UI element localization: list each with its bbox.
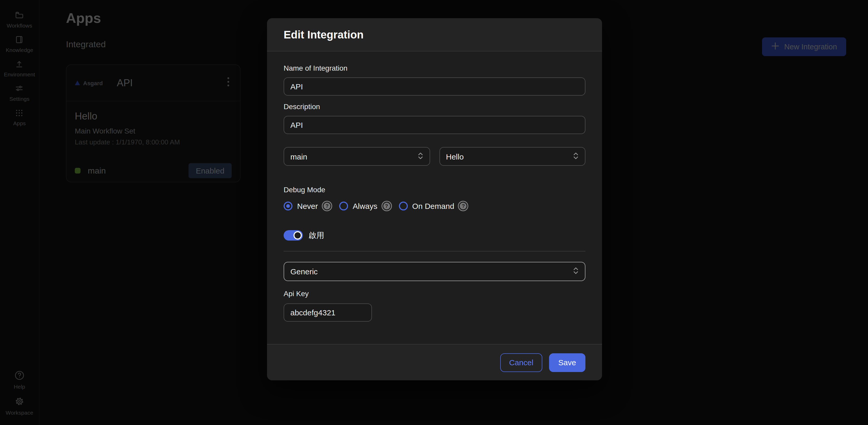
debug-mode-label: Debug Mode xyxy=(284,185,585,194)
chevron-updown-icon xyxy=(417,152,423,161)
toggle-knob xyxy=(293,231,302,240)
api-key-input[interactable] xyxy=(284,303,372,322)
dialog-title: Edit Integration xyxy=(284,28,364,41)
chevron-updown-icon xyxy=(573,267,579,276)
branch-select[interactable]: main xyxy=(284,147,430,166)
save-button[interactable]: Save xyxy=(549,353,585,372)
radio-always[interactable] xyxy=(339,202,348,210)
radio-option-always: Always ? xyxy=(339,202,391,210)
workflow-select[interactable]: Hello xyxy=(439,147,585,166)
enable-toggle-row: 啟用 xyxy=(284,230,585,241)
app-window: Workflows Knowledge Environment Settings xyxy=(0,0,868,425)
radio-on-demand-label: On Demand xyxy=(412,202,454,210)
integration-type-select[interactable]: Generic xyxy=(284,262,585,281)
api-key-label: Api Key xyxy=(284,290,585,298)
chevron-updown-icon xyxy=(573,152,579,161)
help-icon[interactable]: ? xyxy=(382,202,391,210)
name-input[interactable] xyxy=(284,78,585,96)
dialog-footer: Cancel Save xyxy=(267,344,602,380)
debug-mode-radio-group: Never ? Always ? On Demand ? xyxy=(284,202,585,210)
select-row: main Hello xyxy=(284,147,585,166)
workflow-select-value: Hello xyxy=(446,152,464,161)
help-icon[interactable]: ? xyxy=(322,202,332,210)
radio-never-label: Never xyxy=(297,202,318,210)
section-divider xyxy=(284,251,585,251)
description-input[interactable] xyxy=(284,116,585,134)
radio-option-never: Never ? xyxy=(284,202,332,210)
help-icon[interactable]: ? xyxy=(459,202,468,210)
radio-always-label: Always xyxy=(353,202,377,210)
enable-toggle[interactable] xyxy=(284,230,303,241)
radio-option-on-demand: On Demand ? xyxy=(399,202,468,210)
enable-toggle-label: 啟用 xyxy=(309,231,324,240)
radio-never[interactable] xyxy=(284,202,292,210)
name-label: Name of Integration xyxy=(284,64,585,72)
description-label: Description xyxy=(284,102,585,111)
radio-on-demand[interactable] xyxy=(399,202,407,210)
dialog-header: Edit Integration xyxy=(267,18,602,52)
branch-select-value: main xyxy=(290,152,307,161)
integration-type-value: Generic xyxy=(290,267,318,276)
dialog-body: Name of Integration Description main Hel… xyxy=(267,52,602,344)
edit-integration-dialog: Edit Integration Name of Integration Des… xyxy=(267,18,602,380)
cancel-button[interactable]: Cancel xyxy=(500,353,542,372)
